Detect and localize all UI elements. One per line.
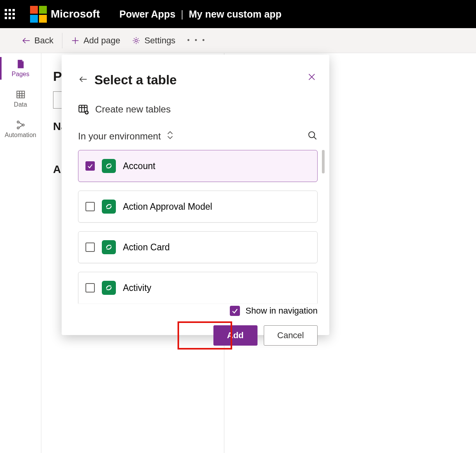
row-checkbox[interactable] — [85, 243, 95, 252]
sort-icon — [166, 130, 174, 142]
microsoft-logo-icon — [30, 6, 47, 23]
dialog-close-button[interactable] — [307, 73, 316, 83]
svg-rect-4 — [17, 91, 25, 98]
row-checkbox[interactable] — [85, 283, 95, 292]
add-page-button[interactable]: Add page — [68, 28, 123, 53]
search-icon — [307, 130, 318, 141]
svg-point-3 — [135, 39, 137, 42]
nav-label: Data — [14, 101, 27, 108]
settings-button[interactable]: Settings — [129, 28, 179, 53]
breadcrumb: Power Apps | My new custom app — [119, 9, 282, 20]
global-header: Microsoft Power Apps | My new custom app — [0, 0, 476, 28]
cancel-button[interactable]: Cancel — [264, 325, 318, 346]
more-icon: • • • — [187, 36, 206, 45]
back-label: Back — [34, 36, 53, 46]
command-bar: Back Add page Settings • • • — [0, 28, 476, 53]
dataverse-icon — [102, 159, 116, 173]
table-search-button[interactable] — [307, 130, 318, 142]
svg-point-10 — [17, 127, 19, 129]
toolbar-separator — [62, 33, 62, 48]
table-name: Activity — [123, 283, 151, 293]
nav-item-data[interactable]: Data — [0, 84, 41, 114]
table-row[interactable]: Activity — [78, 272, 318, 303]
dataverse-icon — [102, 281, 116, 295]
row-checkbox[interactable] — [85, 161, 95, 171]
table-name: Action Card — [123, 242, 170, 253]
app-launcher-button[interactable] — [0, 9, 20, 19]
close-icon — [307, 73, 316, 81]
table-name: Account — [123, 161, 155, 171]
checkmark-icon — [231, 307, 238, 314]
select-table-dialog: Select a table Create new tables In your… — [62, 55, 329, 335]
table-list: Account Action Approval Model Action Car… — [78, 150, 318, 303]
scrollbar-thumb[interactable] — [322, 150, 325, 173]
dataverse-icon — [102, 200, 116, 214]
dialog-back-button[interactable] — [78, 75, 88, 85]
create-new-label: Create new tables — [95, 104, 171, 115]
svg-line-23 — [314, 137, 316, 139]
svg-point-22 — [309, 132, 314, 137]
canvas-panel — [340, 58, 476, 339]
add-page-label: Add page — [83, 36, 120, 46]
table-row[interactable]: Action Card — [78, 231, 318, 263]
nav-label: Pages — [12, 71, 29, 78]
left-navigation-rail: Pages Data Automation — [0, 53, 41, 453]
overflow-menu-button[interactable]: • • • — [184, 28, 210, 53]
checkmark-icon — [87, 163, 93, 169]
dataverse-icon — [102, 240, 116, 254]
waffle-icon — [5, 9, 15, 19]
arrow-left-icon — [22, 36, 30, 45]
table-row[interactable]: Account — [78, 150, 318, 182]
environment-label: In your environment — [78, 131, 161, 142]
search-input-fragment — [53, 91, 62, 109]
gear-icon — [132, 36, 140, 45]
table-add-icon — [78, 104, 89, 115]
create-new-tables-button[interactable]: Create new tables — [78, 104, 318, 115]
table-icon — [16, 89, 26, 100]
page-icon — [16, 59, 26, 69]
option-label: Show in navigation — [245, 306, 318, 316]
option-checkbox[interactable] — [230, 306, 240, 316]
dialog-title: Select a table — [94, 73, 177, 87]
show-in-navigation-option[interactable]: Show in navigation — [78, 306, 318, 316]
breadcrumb-divider: | — [181, 9, 184, 20]
app-name[interactable]: My new custom app — [189, 9, 282, 20]
svg-point-11 — [22, 124, 24, 126]
product-name[interactable]: Power Apps — [119, 9, 176, 20]
table-name: Action Approval Model — [123, 202, 212, 212]
row-checkbox[interactable] — [85, 202, 95, 211]
table-row[interactable]: Action Approval Model — [78, 191, 318, 223]
environment-filter-dropdown[interactable]: In your environment — [78, 130, 174, 142]
nav-label: Automation — [5, 132, 36, 139]
svg-point-9 — [17, 121, 19, 123]
plus-icon — [71, 36, 80, 45]
settings-label: Settings — [144, 36, 176, 46]
add-button[interactable]: Add — [213, 325, 258, 346]
nav-item-automation[interactable]: Automation — [0, 114, 41, 144]
flow-icon — [16, 120, 26, 130]
back-button[interactable]: Back — [19, 28, 57, 53]
nav-item-pages[interactable]: Pages — [0, 53, 41, 84]
arrow-left-icon — [78, 75, 88, 84]
vendor-name: Microsoft — [51, 8, 100, 20]
